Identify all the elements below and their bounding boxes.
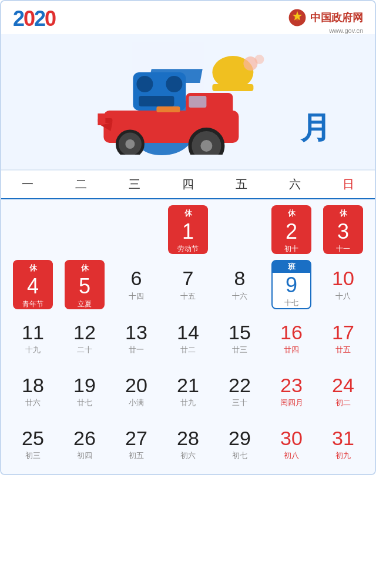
holiday-num-4: 4 [27,274,39,298]
date-28: 28 [177,427,199,449]
day-26: 26 初四 [59,421,110,468]
svg-rect-11 [139,96,174,106]
date-27: 27 [125,427,147,449]
lunar-19: 廿七 [77,397,92,408]
holiday-sub-4: 青年节 [22,299,43,309]
holiday-box-1: 休 1 劳动节 [168,205,208,254]
date-29: 29 [229,427,251,449]
logo-0-2: 0 [45,6,55,31]
lunar-10: 十八 [335,291,351,302]
work-tag-9: 班 [273,261,310,273]
holiday-sub-1: 劳动节 [177,244,199,254]
holiday-num-3: 3 [337,219,349,243]
day-4: 休 4 青年节 [7,260,59,309]
holiday-box-5: 休 5 立夏 [65,260,105,309]
day-14: 14 廿二 [162,315,214,362]
lunar-12: 二十 [77,345,92,355]
date-10: 10 [332,268,354,289]
date-19: 19 [73,375,96,396]
lunar-8: 十六 [232,291,247,302]
svg-rect-22 [156,106,180,112]
week-1: 休 1 劳动节 休 2 初十 休 [7,205,369,254]
holiday-sub-5: 立夏 [78,299,92,309]
lunar-13: 廿一 [129,345,144,355]
svg-rect-20 [98,113,105,125]
week-4: 18 廿六 19 廿七 20 小满 21 廿九 22 三十 [7,368,369,415]
month-label: 月 [300,108,331,149]
lunar-27: 初五 [129,450,144,461]
day-21: 21 廿九 [162,368,214,415]
empty-cell [59,205,110,254]
svg-rect-14 [189,96,206,108]
holiday-num-5: 5 [79,274,90,298]
calendar-page: 2020 中国政府网 www.gov.cn 5 [0,0,376,475]
day-20: 20 小满 [110,368,162,415]
holiday-num-1: 1 [182,219,194,243]
lunar-16: 廿四 [284,345,299,355]
lunar-20: 小满 [129,397,144,408]
day-25: 25 初三 [7,421,59,468]
month-hero: 5 [1,34,375,169]
holiday-tag-5: 休 [65,262,105,274]
day-5: 休 5 立夏 [59,260,110,309]
svg-point-10 [166,76,182,92]
gov-url-text: www.gov.cn [329,27,363,34]
week-3: 11 十九 12 二十 13 廿一 14 廿二 15 廿三 [7,315,369,362]
weekday-sun: 日 [321,176,375,192]
day-29: 29 初七 [214,421,266,468]
logo-2-2: 2 [34,6,45,31]
date-18: 18 [22,375,44,396]
svg-rect-5 [212,84,253,91]
lunar-28: 初六 [180,450,196,461]
gov-brand: 中国政府网 www.gov.cn [288,8,363,34]
lunar-29: 初七 [232,450,247,461]
date-14: 14 [177,322,199,343]
day-30: 30 初八 [266,421,317,468]
empty-cell [214,205,266,254]
holiday-sub-2: 初十 [284,244,298,254]
date-22: 22 [229,375,251,396]
lunar-21: 廿九 [180,397,196,408]
holiday-tag-1: 休 [168,208,208,219]
date-31: 31 [332,427,354,449]
work-box-9: 班 9 十七 [271,260,311,309]
weekday-fri: 五 [214,176,268,192]
work-num-9: 9 [286,273,297,297]
day-9: 班 9 十七 [266,260,317,309]
day-19: 19 廿七 [59,368,110,415]
day-3: 休 3 十一 [317,205,369,254]
date-11: 11 [22,322,44,343]
holiday-box-2: 休 2 初十 [271,205,311,254]
lunar-25: 初三 [25,450,41,461]
lunar-30: 初八 [284,450,299,461]
day-22: 22 三十 [214,368,266,415]
weekday-mon: 一 [1,176,55,192]
machinery-illustration [98,55,286,155]
date-20: 20 [125,375,147,396]
weekday-tue: 二 [55,176,108,192]
day-17: 17 廿五 [317,315,369,362]
holiday-box-4: 休 4 青年节 [13,260,53,309]
svg-point-2 [294,15,300,21]
year-logo: 2020 [13,8,55,29]
svg-point-18 [200,140,212,152]
holiday-tag-4: 休 [13,262,53,274]
weekday-header: 一 二 三 四 五 六 日 [1,169,375,199]
empty-cell [7,205,59,254]
day-6: 6 十四 [110,260,162,309]
day-27: 27 初五 [110,421,162,468]
lunar-31: 初九 [335,450,351,461]
day-7: 7 十五 [162,260,214,309]
lunar-18: 廿六 [25,397,41,408]
date-30: 30 [280,427,303,449]
date-8: 8 [234,268,246,289]
lunar-15: 廿三 [232,345,247,355]
page-header: 2020 中国政府网 www.gov.cn [1,1,375,34]
lunar-23: 闰四月 [280,397,303,408]
weekday-wed: 三 [108,176,162,192]
day-8: 8 十六 [214,260,266,309]
date-6: 6 [131,268,142,289]
week-5: 25 初三 26 初四 27 初五 28 初六 29 初七 [7,421,369,468]
date-13: 13 [125,322,147,343]
week-2: 休 4 青年节 休 5 立夏 6 十四 [7,260,369,309]
